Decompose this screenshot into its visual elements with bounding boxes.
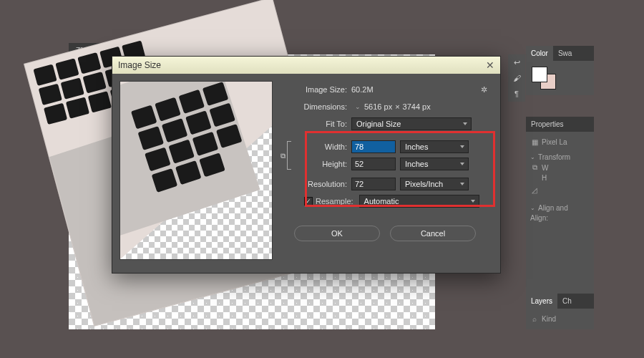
ok-button[interactable]: OK: [294, 226, 380, 241]
tab-channels[interactable]: Ch: [557, 294, 577, 309]
dimensions-dropdown[interactable]: ⌄: [355, 103, 361, 110]
pixel-layer-icon: ▦: [530, 138, 539, 146]
tab-swatches[interactable]: Swa: [553, 46, 577, 61]
align-header: Align and: [538, 204, 568, 212]
image-size-label: Image Size:: [283, 85, 351, 94]
align-label: Align:: [530, 214, 548, 222]
tab-color[interactable]: Color: [526, 46, 553, 61]
fit-to-label: Fit To:: [283, 120, 351, 128]
color-swatches[interactable]: [526, 61, 594, 95]
cancel-button[interactable]: Cancel: [390, 226, 476, 241]
h-label: H: [542, 174, 547, 182]
search-icon[interactable]: ⌕: [530, 315, 539, 323]
transform-label: Transform: [538, 153, 570, 161]
link-icon[interactable]: ⧉: [530, 163, 539, 172]
chevron-down-icon[interactable]: ⌄: [530, 205, 535, 211]
pixel-layer-label: Pixel La: [542, 138, 567, 146]
resample-dropdown[interactable]: Automatic: [359, 195, 479, 208]
right-panels: Color Swa Properties ▦Pixel La ⌄ Transfo…: [526, 46, 594, 329]
history-icon[interactable]: ↩: [512, 57, 522, 67]
paragraph-icon[interactable]: ¶: [512, 89, 522, 99]
w-label: W: [542, 164, 548, 172]
width-label: Width:: [296, 142, 351, 151]
image-size-dialog: Image Size ✕ Image Size: 60.2M ✲: [112, 56, 501, 274]
close-icon[interactable]: ✕: [486, 59, 494, 71]
dimensions-label: Dimensions:: [283, 102, 351, 111]
dimensions-width: 5616 px: [364, 102, 392, 111]
layer-filter-label: Kind: [542, 315, 556, 323]
height-input[interactable]: [351, 158, 396, 170]
height-label: Height:: [296, 160, 351, 168]
brush-icon[interactable]: 🖌: [512, 73, 522, 83]
tab-layers[interactable]: Layers: [526, 294, 557, 309]
dimensions-separator: ×: [395, 102, 399, 111]
fit-to-dropdown[interactable]: Original Size: [351, 117, 472, 130]
resample-label: Resample:: [316, 197, 353, 205]
chevron-down-icon[interactable]: ⌄: [530, 154, 535, 160]
foreground-color[interactable]: [532, 67, 547, 82]
width-input[interactable]: [351, 140, 396, 153]
dialog-title: Image Size: [118, 60, 161, 70]
dimensions-height: 3744 px: [403, 102, 431, 111]
collapsed-panel-dock: ↩ 🖌 ¶: [508, 54, 525, 102]
resolution-unit-dropdown[interactable]: Pixels/Inch: [400, 178, 469, 190]
angle-icon[interactable]: ◿: [530, 186, 539, 194]
width-unit-dropdown[interactable]: Inches: [400, 140, 469, 153]
resolution-label: Resolution:: [283, 180, 351, 188]
constrain-proportions-icon[interactable]: ⧉: [280, 152, 286, 160]
preview-area: [112, 74, 280, 273]
image-size-value: 60.2M: [351, 85, 374, 94]
resample-checkbox[interactable]: ✓: [304, 197, 313, 205]
resolution-input[interactable]: [351, 178, 396, 190]
gear-icon[interactable]: ✲: [481, 85, 487, 95]
height-unit-dropdown[interactable]: Inches: [400, 158, 469, 170]
properties-panel-header[interactable]: Properties: [526, 117, 594, 132]
preview-image[interactable]: [119, 81, 273, 260]
